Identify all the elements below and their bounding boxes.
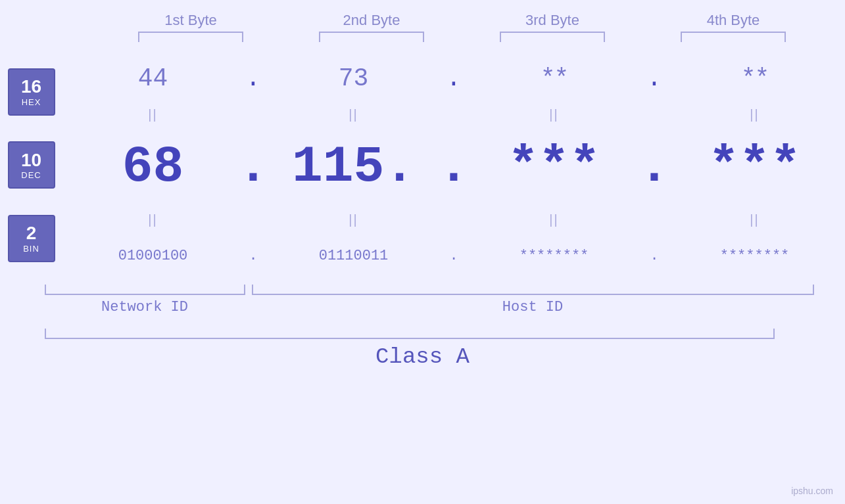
dec-b2-cell: 115. <box>263 138 444 196</box>
dec-dot1: . <box>243 138 263 196</box>
dec-b3-cell: *** <box>464 138 644 196</box>
bracket-3 <box>500 32 605 42</box>
bracket-1 <box>138 32 243 42</box>
hex-b3-value: ** <box>541 64 568 93</box>
bin-b2-value: 01110011 <box>319 248 389 264</box>
class-bracket <box>45 329 775 339</box>
top-brackets <box>39 32 845 42</box>
eq2-b4: || <box>664 212 845 227</box>
bin-badge: 2 BIN <box>8 215 55 262</box>
badges-column: 16 HEX 10 DEC 2 BIN <box>0 49 62 282</box>
dec-b1-value: 68 <box>122 138 184 196</box>
eq1-b3: || <box>464 107 644 122</box>
hex-dot3: . <box>644 64 664 93</box>
dec-b3-value: *** <box>508 138 600 196</box>
bin-b4-value: ******** <box>720 248 790 264</box>
bin-number: 2 <box>26 223 37 244</box>
hex-badge: 16 HEX <box>8 68 55 116</box>
bracket-cell-2 <box>281 32 462 42</box>
header-byte3: 3rd Byte <box>462 12 643 29</box>
host-id-label: Host ID <box>252 299 814 315</box>
eq2-b1: || <box>62 212 243 227</box>
class-bracket-container <box>45 329 846 339</box>
bin-label: BIN <box>23 244 39 254</box>
hex-b1-value: 44 <box>138 64 168 93</box>
dec-b4-value: *** <box>708 138 800 196</box>
hex-label: HEX <box>22 97 41 107</box>
dec-badge: 10 DEC <box>8 141 55 189</box>
header-byte1: 1st Byte <box>101 12 281 29</box>
content-area: 16 HEX 10 DEC 2 BIN 44 . 73 <box>0 49 845 282</box>
eq1-b1: || <box>62 107 243 122</box>
hex-b4-cell: ** <box>664 64 845 93</box>
byte-headers: 1st Byte 2nd Byte 3rd Byte 4th Byte <box>39 0 845 29</box>
hex-dot2: . <box>444 64 464 93</box>
bin-b1-value: 01000100 <box>118 248 188 264</box>
bin-b3-cell: ******** <box>464 248 644 264</box>
bin-dot2: . <box>444 248 464 264</box>
class-label: Class A <box>375 344 470 369</box>
header-byte4: 4th Byte <box>643 12 824 29</box>
bracket-cell-4 <box>643 32 824 42</box>
dec-dot3: . <box>644 138 664 196</box>
hex-dot1: . <box>243 64 263 93</box>
network-id-bracket <box>45 285 245 295</box>
hex-b4-value: ** <box>741 64 769 93</box>
bin-dot3: . <box>644 248 664 264</box>
eq2-b3: || <box>464 212 644 227</box>
dec-b4-cell: *** <box>664 138 845 196</box>
bin-b3-value: ******** <box>519 248 589 264</box>
hex-b2-value: 73 <box>339 64 369 93</box>
bin-dot1: . <box>243 248 263 264</box>
dec-row: 68 . 115. . *** . *** <box>62 124 845 210</box>
bracket-cell-3 <box>462 32 643 42</box>
watermark: ipshu.com <box>791 486 833 496</box>
bin-b2-cell: 01110011 <box>263 248 444 264</box>
dec-b2-value: 115. <box>292 138 415 196</box>
hex-row: 44 . 73 . ** . ** <box>62 52 845 104</box>
dec-b1-cell: 68 <box>62 138 243 196</box>
bin-row: 01000100 . 01110011 . ******** . *******… <box>62 229 845 282</box>
hex-b1-cell: 44 <box>62 64 243 93</box>
dec-label: DEC <box>21 170 41 180</box>
data-rows: 44 . 73 . ** . ** || || <box>62 49 845 282</box>
host-id-bracket <box>252 285 814 295</box>
bracket-cell-1 <box>101 32 281 42</box>
class-label-container: Class A <box>0 344 845 369</box>
eq1-b4: || <box>664 107 845 122</box>
eq1-b2: || <box>263 107 444 122</box>
dec-dot2: . <box>444 138 464 196</box>
network-id-label: Network ID <box>45 299 245 315</box>
dec-number: 10 <box>21 150 41 171</box>
bracket-2 <box>319 32 424 42</box>
eq2-b2: || <box>263 212 444 227</box>
hex-b3-cell: ** <box>464 64 644 93</box>
hex-number: 16 <box>21 77 41 97</box>
bracket-4 <box>681 32 786 42</box>
id-labels-container: Network ID Host ID <box>45 299 846 315</box>
bin-b1-cell: 01000100 <box>62 248 243 264</box>
hex-b2-cell: 73 <box>263 64 444 93</box>
equals-row-1: || || || || <box>62 104 845 124</box>
main-container: 1st Byte 2nd Byte 3rd Byte 4th Byte 16 H… <box>0 0 845 504</box>
bin-b4-cell: ******** <box>664 248 845 264</box>
header-byte2: 2nd Byte <box>281 12 462 29</box>
id-brackets-container <box>45 285 846 295</box>
equals-row-2: || || || || <box>62 210 845 229</box>
